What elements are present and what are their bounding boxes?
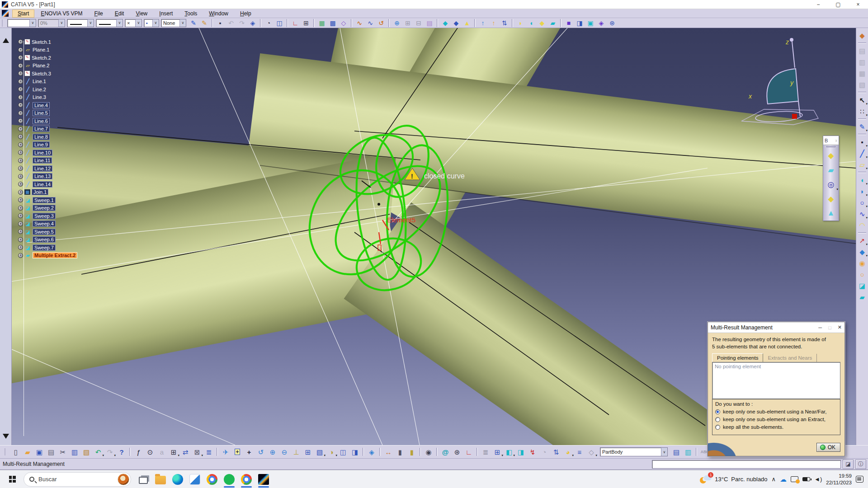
bluetile-icon[interactable]: [186, 471, 203, 488]
tree-item[interactable]: + ╱ Line.5: [18, 109, 77, 117]
expander-icon[interactable]: +: [18, 142, 23, 147]
expander-icon[interactable]: +: [18, 221, 23, 226]
cut-icon[interactable]: ✂: [57, 446, 69, 457]
separator[interactable]: [420, 448, 421, 456]
tree-item-label[interactable]: Sweep.1: [33, 197, 56, 203]
tree-item[interactable]: + ✎ Sketch.3: [18, 70, 77, 78]
radio-icon[interactable]: [715, 409, 720, 414]
menu-item[interactable]: Window: [203, 9, 234, 18]
tree-item-label[interactable]: Sweep.2: [33, 205, 56, 211]
tree-item-label[interactable]: Sweep.6: [33, 236, 56, 243]
pointing-elements-list[interactable]: No pointing element: [712, 362, 840, 399]
menu-item[interactable]: Insert: [154, 9, 178, 18]
list-icon[interactable]: ≡: [574, 446, 585, 457]
separator[interactable]: [858, 118, 866, 120]
tree-item[interactable]: + ╱ Line.11: [18, 157, 77, 165]
maximize-button[interactable]: ▢: [828, 0, 848, 9]
dialog-title-bar[interactable]: Multi-Result Management ─ □ ✕: [708, 322, 844, 333]
expander-icon[interactable]: +: [18, 213, 23, 218]
ruler-a-icon[interactable]: ▤: [670, 446, 682, 457]
tree-item[interactable]: + ╱ Line.1: [18, 78, 77, 86]
tree-item-label[interactable]: Line.3: [33, 94, 46, 100]
tree-item-label[interactable]: Sweep.7: [33, 244, 56, 251]
speaker-icon[interactable]: ◄): [814, 476, 822, 483]
edge-icon[interactable]: [169, 471, 186, 488]
tree-item-label[interactable]: Sketch.1: [32, 39, 51, 45]
chevron-down-icon[interactable]: ∨: [179, 19, 186, 27]
design-table-icon[interactable]: ⊞ ▾: [168, 446, 179, 457]
radio-option[interactable]: keep all the sub-elements.: [715, 424, 837, 430]
chevron-down-icon[interactable]: ▾: [866, 144, 868, 148]
zoom-in-icon[interactable]: ⊕: [267, 446, 278, 457]
swap-icon[interactable]: ⇅: [499, 19, 510, 28]
menu-item[interactable]: Help: [235, 9, 257, 18]
close-button[interactable]: ×: [848, 0, 868, 9]
grid-icon[interactable]: ⊞: [301, 19, 311, 28]
tree-item[interactable]: + ╱ Line.10: [18, 149, 77, 157]
tree-item-label[interactable]: Plane.2: [33, 63, 49, 68]
catia-icon[interactable]: [255, 471, 272, 488]
chevron-down-icon[interactable]: ▾: [595, 454, 597, 457]
tree-expand-icon[interactable]: ⇅: [550, 446, 562, 457]
expander-icon[interactable]: +: [18, 103, 23, 108]
chevron-down-icon[interactable]: ∨: [116, 19, 123, 27]
spray-paint-icon[interactable]: ✎: [199, 19, 210, 28]
tree-item-label[interactable]: Sketch.2: [32, 55, 51, 61]
paste-icon[interactable]: ▧: [80, 446, 92, 457]
redo-icon[interactable]: ↷: [236, 19, 247, 28]
select-arrow-icon[interactable]: ↖ ▾: [857, 94, 868, 106]
lock-icon[interactable]: ⊠ ▾: [191, 446, 203, 457]
undo-icon[interactable]: ↶ ▾: [92, 446, 104, 457]
point-icon[interactable]: ▪ ▾: [857, 136, 868, 148]
tree-item[interactable]: + ╱ Line.7: [18, 125, 77, 133]
search-daily-image[interactable]: [118, 474, 129, 485]
circle-icon[interactable]: ○ ▾: [857, 197, 868, 208]
fit-all-in-icon[interactable]: +: [231, 446, 243, 457]
catalog-2-icon[interactable]: ▥: [857, 56, 868, 68]
tree-item[interactable]: + ╱ Line.3: [18, 94, 77, 102]
cube-icon[interactable]: ◈: [247, 19, 258, 28]
menu-item[interactable]: Tools: [179, 9, 203, 18]
expander-icon[interactable]: +: [18, 95, 23, 100]
print-icon[interactable]: ▤: [45, 446, 57, 457]
tree-item[interactable]: + ╱ Line.8: [18, 133, 77, 141]
expander-icon[interactable]: +: [18, 111, 23, 116]
curve-orange-icon[interactable]: ∿: [354, 19, 365, 28]
tree-item-label[interactable]: Line.7: [33, 126, 50, 132]
surface-blue-icon[interactable]: ◆: [451, 19, 462, 28]
separator[interactable]: [858, 232, 866, 234]
prism-icon[interactable]: ◇: [338, 19, 349, 28]
chevron-down-icon[interactable]: ▾: [866, 113, 868, 117]
spotify-icon[interactable]: [221, 471, 238, 488]
expander-icon[interactable]: +: [18, 166, 23, 171]
normal-view-icon[interactable]: ⊥: [290, 446, 302, 457]
taskview-icon[interactable]: [135, 471, 152, 488]
taskbar-clock[interactable]: 19:59 22/11/2023: [826, 473, 852, 486]
tree-scroll-down-icon[interactable]: [3, 434, 9, 439]
style-combo[interactable]: ∨: [7, 19, 36, 27]
separator[interactable]: [696, 448, 697, 456]
pie-analysis-icon[interactable]: ◔: [263, 19, 274, 28]
revolve-icon[interactable]: ◗ ▾: [857, 186, 868, 197]
chevron-down-icon[interactable]: ▾: [866, 129, 868, 132]
expander-icon[interactable]: +: [18, 71, 23, 76]
copy-icon[interactable]: ▥: [69, 446, 80, 457]
tree-item[interactable]: + ◪ Sweep.1: [18, 196, 77, 204]
point-symbol-combo[interactable]: × ∨: [125, 19, 142, 27]
dialog-minimize-button[interactable]: ─: [818, 325, 822, 330]
arrow-up-blue-icon[interactable]: ↑: [477, 19, 488, 28]
chevron-down-icon[interactable]: ▾: [866, 205, 868, 208]
iso-view-icon[interactable]: ▧ ▾: [314, 446, 326, 457]
catalog-1-icon[interactable]: ▤: [857, 45, 868, 56]
point-tool-icon[interactable]: ▪: [215, 19, 226, 28]
view-right-icon[interactable]: ◨: [349, 446, 361, 457]
expander-icon[interactable]: +: [18, 127, 23, 131]
tree-item[interactable]: + ╱ Line.12: [18, 164, 77, 173]
solid-purple-icon[interactable]: ■: [563, 19, 574, 28]
sweep-cyan-icon[interactable]: ◖: [526, 19, 537, 28]
plane-icon[interactable]: ▱ ▾: [857, 159, 868, 170]
chevron-down-icon[interactable]: ∨: [58, 19, 65, 27]
expander-icon[interactable]: +: [18, 87, 23, 92]
stamp-icon[interactable]: ◔: [538, 446, 550, 457]
minimize-button[interactable]: −: [808, 0, 828, 9]
